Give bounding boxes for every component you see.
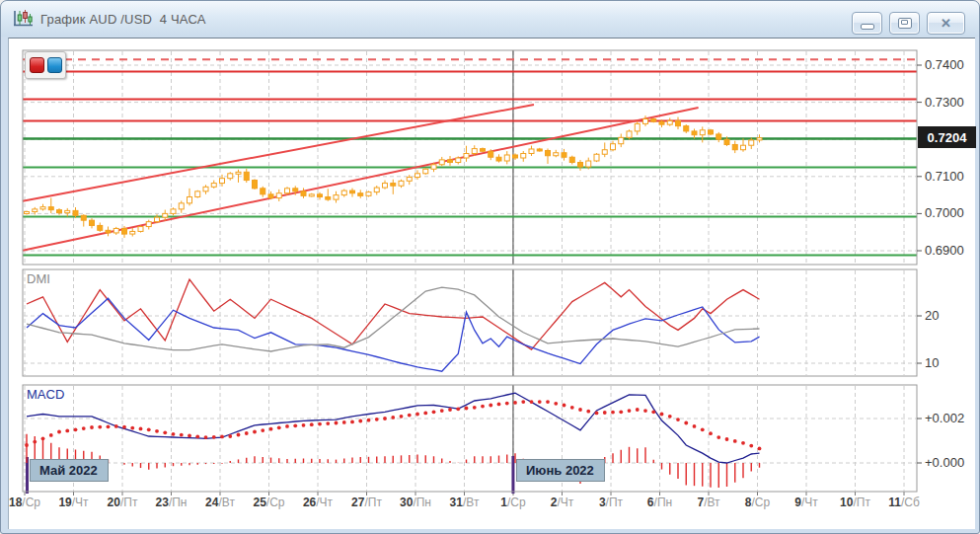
date-tick-label: 18/Ср — [0, 496, 49, 509]
dmi-tick-label: 20 — [925, 308, 978, 323]
date-tick-label: 9/Чт — [782, 496, 831, 509]
chart-canvas — [1, 1, 980, 534]
date-tick-label: 3/Пт — [586, 496, 636, 509]
price-tick-label: 0.7000 — [925, 205, 978, 220]
month-label-may: Май 2022 — [30, 459, 109, 482]
date-tick-label: 8/Ср — [733, 496, 783, 509]
macd-tick-label: +0.000 — [925, 455, 978, 470]
dmi-tick-label: 10 — [925, 355, 978, 370]
chart-window: График AUD /USD 4 ЧАСА ✕ DMI MACD 0.7204… — [0, 0, 980, 534]
date-tick-label: 30/Пн — [391, 496, 440, 509]
date-tick-label: 31/Вт — [440, 496, 490, 509]
red-series-button[interactable] — [30, 57, 44, 73]
date-tick-label: 6/Пн — [636, 496, 685, 509]
dmi-pane-label: DMI — [27, 271, 50, 286]
price-tick-label: 0.7300 — [925, 95, 978, 110]
date-tick-label: 24/Вт — [195, 496, 245, 509]
price-tick-label: 0.7400 — [925, 57, 978, 72]
macd-pane-label: MACD — [27, 387, 64, 402]
date-tick-label: 7/Вт — [684, 496, 733, 509]
date-tick-label: 27/Пт — [342, 496, 392, 509]
price-tick-label: 0.7100 — [925, 169, 978, 184]
macd-tick-label: +0.002 — [925, 411, 978, 425]
date-tick-label: 11/Сб — [879, 496, 929, 509]
date-tick-label: 19/Чт — [49, 496, 99, 509]
blue-series-button[interactable] — [47, 57, 62, 73]
date-tick-label: 2/Чт — [538, 496, 587, 509]
month-label-june: Июнь 2022 — [516, 459, 605, 482]
date-tick-label: 26/Чт — [293, 496, 342, 509]
current-price-badge: 0.7204 — [918, 126, 976, 148]
date-tick-label: 20/Пт — [98, 496, 147, 509]
date-tick-label: 25/Ср — [245, 496, 294, 509]
date-tick-label: 23/Пн — [147, 496, 196, 509]
series-legend — [25, 51, 66, 79]
price-tick-label: 0.6900 — [925, 243, 978, 258]
date-tick-label: 1/Ср — [489, 496, 538, 509]
date-tick-label: 10/Пт — [831, 496, 880, 509]
